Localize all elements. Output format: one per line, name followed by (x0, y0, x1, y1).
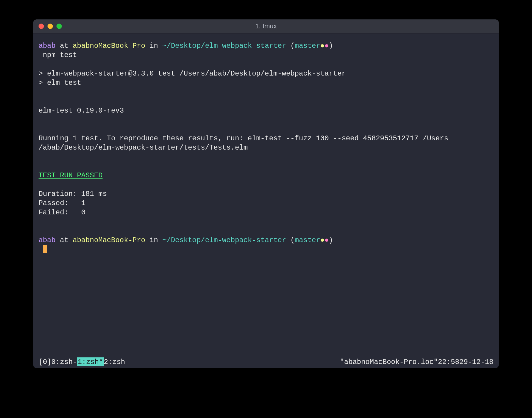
prompt-close-paren: ) (329, 42, 333, 50)
prompt-in: in (145, 236, 162, 244)
prompt-at: at (56, 42, 73, 50)
git-status-dot-pink: ● (325, 42, 329, 50)
prompt-at: at (56, 236, 73, 244)
status-left: [0] 0:zsh- 1:zsh* 2:zsh (39, 357, 125, 366)
git-status-dot-yellow: ● (320, 236, 325, 244)
tmux-session: [0] (39, 357, 51, 366)
git-status-dot-yellow: ● (320, 42, 325, 50)
prompt-path: ~/Desktop/elm-webpack-starter (162, 236, 286, 244)
minimize-icon[interactable] (48, 24, 53, 29)
tmux-window-0[interactable]: 0:zsh- (51, 357, 77, 366)
git-branch: master (295, 236, 320, 244)
elm-test-version: elm-test 0.19.0-rev3 (39, 107, 124, 115)
close-icon[interactable] (39, 24, 44, 29)
prompt-open-paren: ( (286, 236, 295, 244)
divider: -------------------- (39, 116, 124, 124)
npm-output-line: > elm-webpack-starter@3.3.0 test /Users/… (39, 70, 346, 78)
tmux-window-2[interactable]: 2:zsh (104, 357, 125, 366)
window-title: 1. tmux (255, 22, 277, 30)
prompt-close-paren: ) (329, 236, 333, 244)
terminal-window: 1. tmux abab at ababnoMacBook-Pro in ~/D… (33, 19, 499, 368)
cursor-line-prefix (39, 245, 43, 253)
cursor-icon (43, 245, 47, 253)
git-status-dot-pink: ● (325, 236, 329, 244)
tmux-window-1-active[interactable]: 1:zsh* (77, 357, 104, 366)
terminal-body[interactable]: abab at ababnoMacBook-Pro in ~/Desktop/e… (33, 33, 499, 357)
prompt-user: abab (39, 42, 56, 50)
maximize-icon[interactable] (56, 24, 62, 29)
status-right: "ababnoMacBook-Pro.loc" 22:58 29-12-18 (340, 357, 493, 366)
running-line: Running 1 test. To reproduce these resul… (39, 134, 448, 152)
traffic-lights (33, 24, 62, 29)
tmux-time: 22:58 (438, 357, 459, 366)
stat-duration: Duration: 181 ms (39, 190, 107, 198)
prompt-host: ababnoMacBook-Pro (73, 236, 145, 244)
command-input: npm test (39, 51, 77, 59)
tmux-hostname: "ababnoMacBook-Pro.loc" (340, 357, 438, 366)
git-branch: master (295, 42, 320, 50)
stat-failed: Failed: 0 (39, 208, 85, 216)
stat-passed: Passed: 1 (39, 199, 85, 207)
prompt-user: abab (39, 236, 56, 244)
prompt-host: ababnoMacBook-Pro (73, 42, 145, 50)
tmux-statusbar: [0] 0:zsh- 1:zsh* 2:zsh "ababnoMacBook-P… (33, 357, 499, 368)
titlebar[interactable]: 1. tmux (33, 19, 499, 33)
npm-output-line: > elm-test (39, 79, 81, 87)
prompt-in: in (145, 42, 162, 50)
test-result-heading: TEST RUN PASSED (39, 171, 103, 179)
prompt-open-paren: ( (286, 42, 295, 50)
prompt-path: ~/Desktop/elm-webpack-starter (162, 42, 286, 50)
tmux-date: 29-12-18 (459, 357, 493, 366)
